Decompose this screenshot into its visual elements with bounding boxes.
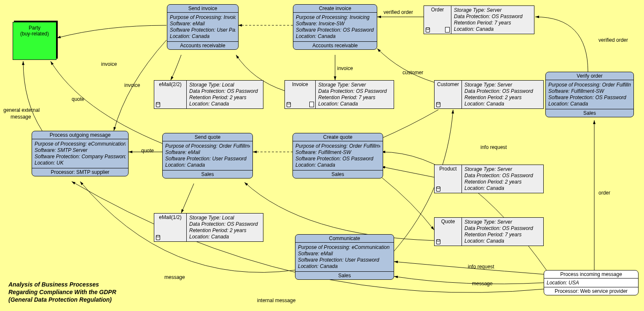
note-icon — [309, 102, 314, 107]
edge-label: invoice — [124, 82, 140, 88]
db-icon — [287, 102, 291, 107]
store-invoice: Invoice Storage Type: Server Data Protec… — [284, 80, 394, 109]
edge-label: verified order — [384, 9, 413, 15]
store-customer: Customer Storage Type: Server Data Prote… — [434, 80, 544, 109]
edge-label: internal message — [257, 297, 295, 303]
db-icon — [436, 102, 440, 107]
db-icon — [436, 239, 440, 244]
title: Send invoice — [167, 5, 238, 13]
edge-label: order — [598, 190, 610, 196]
edge-label: message — [11, 114, 31, 120]
proc-create-quote: Create quote Purpose of Processing: Orde… — [292, 133, 383, 178]
edge-label: invoice — [101, 61, 117, 67]
edge-label: info request — [480, 144, 507, 150]
party-title: Party — [13, 25, 56, 31]
proc-outgoing-message: Process outgoing message Purpose of Proc… — [32, 131, 129, 176]
store-quote: Quote Storage Type: Server Data Protecti… — [434, 217, 544, 246]
proc-send-invoice: Send invoice Purpose of Processing: Invo… — [167, 4, 239, 50]
edge-label: invoice — [337, 65, 353, 71]
proc-communicate: Communicate Purpose of Processing: eComm… — [295, 234, 394, 280]
store-order: Order Storage Type: Server Data Protecti… — [424, 5, 534, 34]
proc-verify-order: Verify order Purpose of Processing: Orde… — [545, 72, 634, 117]
diagram-caption: Analysis of Business Processes Regarding… — [8, 281, 116, 303]
party-sub: (buy-related) — [13, 31, 56, 37]
note-icon — [445, 27, 450, 32]
proc-send-quote: Send quote Purpose of Processing: Order … — [162, 133, 253, 178]
edge-label: general external — [3, 107, 40, 113]
db-icon — [156, 102, 160, 107]
db-icon — [426, 27, 430, 32]
edge-label: quote — [72, 96, 84, 102]
store-email1: eMail(1/2) Storage Type: Local Data Prot… — [154, 213, 263, 242]
store-product: Product Storage Type: Server Data Protec… — [434, 165, 544, 193]
db-icon — [436, 187, 440, 192]
edge-label: message — [164, 274, 185, 280]
edge-label: verified order — [598, 37, 628, 43]
db-icon — [156, 235, 160, 240]
edge-label: message — [472, 281, 493, 287]
proc-incoming-message: Process incoming message Location: USA P… — [544, 270, 639, 295]
edge-label: quote — [141, 148, 154, 154]
store-email2: eMail(2/2) Storage Type: Local Data Prot… — [154, 80, 263, 109]
edge-label: info request — [468, 264, 494, 270]
proc-create-invoice: Create invoice Purpose of Processing: In… — [293, 4, 377, 50]
party-box: Party (buy-related) — [13, 22, 56, 60]
edge-label: customer — [402, 70, 423, 76]
